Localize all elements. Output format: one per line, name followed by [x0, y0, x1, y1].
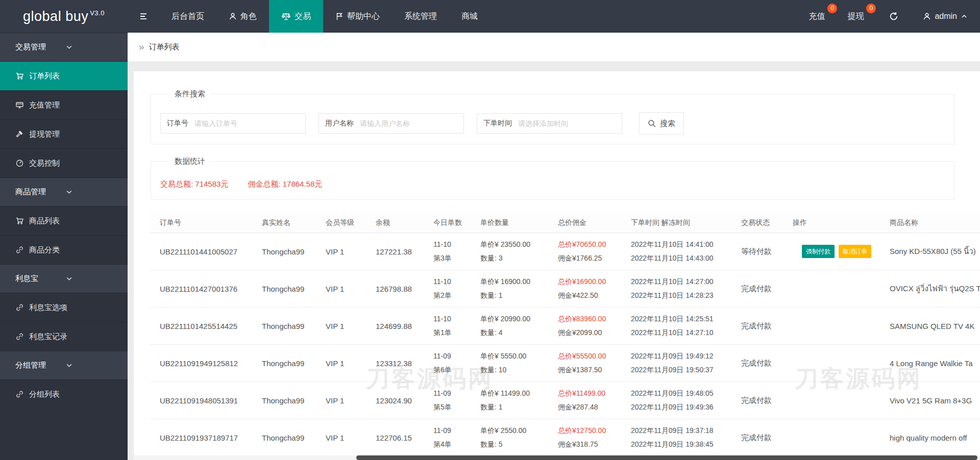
page-title: 订单列表 [149, 42, 180, 52]
refresh-icon [889, 12, 898, 21]
nav-item-system-management[interactable]: 系统管理 [392, 0, 449, 33]
cell-total-commission: 总价¥11499.00 佣金¥287.48 [549, 382, 622, 419]
main-card: 条件搜索 订单号 用户名称 下单时间 搜索 数据统计 [134, 71, 980, 460]
chevron-down-icon [65, 275, 115, 283]
order-time: 2022年11月09日 19:49:12 [631, 349, 732, 363]
sidebar-item-interest-options[interactable]: 利息宝选项 [0, 293, 128, 322]
search-fieldset: 条件搜索 订单号 用户名称 下单时间 搜索 [151, 89, 954, 144]
nav-item-trade[interactable]: 交易 [269, 0, 323, 33]
sidebar-item-withdraw-management[interactable]: 提现管理 [0, 119, 128, 148]
cell-order-no: UB2211101441005027 [151, 233, 253, 270]
cell-vip-level: VIP 1 [316, 233, 366, 270]
col-unit-price-qty: 单价数量 [471, 213, 549, 233]
group-label: 商品管理 [15, 187, 65, 197]
order-time: 2022年11月10日 14:27:00 [631, 275, 732, 289]
table-row: UB2211091937189717 Thongcha99 VIP 1 1227… [151, 419, 980, 456]
order-no-input[interactable] [194, 119, 305, 127]
flag-icon [335, 12, 344, 20]
withdraw-label: 提现 [847, 11, 864, 22]
nav-item-dashboard[interactable]: 后台首页 [159, 0, 216, 33]
order-no-label: 订单号 [161, 119, 194, 128]
cell-total-commission: 总价¥55500.00 佣金¥1387.50 [549, 345, 622, 381]
cell-vip-level: VIP 1 [316, 419, 366, 456]
person-icon [923, 12, 931, 20]
link-icon [15, 333, 24, 341]
link-icon [15, 303, 24, 312]
sidebar-item-label: 利息宝记录 [29, 332, 67, 342]
scrollbar-thumb[interactable] [356, 455, 977, 460]
nav-label: 帮助中心 [347, 11, 380, 22]
col-order-no: 订单号 [151, 213, 253, 233]
total-price: 总价¥12750.00 [558, 424, 622, 438]
cell-unit-price-qty: 单价¥ 5550.00 数量: 10 [471, 345, 549, 381]
cell-trade-status: 完成付款 [732, 419, 783, 456]
sidebar: 交易管理 订单列表 充值管理 提现管理 交易控制 商品管理 商品列表 商品分类 … [0, 33, 128, 460]
cell-today-orders: 11-09 第5单 [424, 382, 471, 419]
sidebar-item-label: 充值管理 [29, 100, 60, 110]
sidebar-item-product-list[interactable]: 商品列表 [0, 206, 128, 235]
order-time-field: 下单时间 [477, 113, 622, 134]
cell-times: 2022年11月10日 14:27:00 2022年11月10日 14:28:2… [622, 270, 732, 307]
sidebar-item-label: 商品分类 [29, 245, 60, 255]
cell-real-name: Thongcha99 [253, 419, 316, 456]
row-actions: 强制付款 取消订单 [783, 233, 880, 270]
nav-label: 系统管理 [404, 11, 437, 22]
cancel-order-button[interactable]: 取消订单 [839, 245, 871, 258]
cell-times: 2022年11月09日 19:37:18 2022年11月09日 19:38:4… [622, 419, 732, 456]
cell-real-name: Thongcha99 [253, 270, 316, 307]
cell-trade-status: 完成付款 [732, 308, 783, 344]
nav-item-help-center[interactable]: 帮助中心 [323, 0, 392, 33]
recharge-button[interactable]: 充值 0 [799, 0, 838, 33]
sidebar-group-trade-management[interactable]: 交易管理 [0, 33, 128, 61]
withdraw-button[interactable]: 提现 0 [838, 0, 877, 33]
sidebar-item-order-list[interactable]: 订单列表 [0, 61, 128, 90]
nav-label: 后台首页 [172, 11, 204, 22]
nav-item-mall[interactable]: 商城 [449, 0, 490, 33]
sidebar-item-label: 订单列表 [29, 71, 60, 81]
col-today-orders: 今日单数 [424, 213, 471, 233]
order-date: 11-10 [433, 275, 471, 289]
cell-times: 2022年11月10日 14:25:51 2022年11月10日 14:27:1… [622, 308, 732, 344]
table-row: UB2211101425514425 Thongcha99 VIP 1 1246… [151, 308, 980, 345]
sidebar-item-group-list[interactable]: 分组列表 [0, 379, 128, 408]
cell-product-name: Vivo V21 5G Ram 8+3G [880, 382, 980, 419]
row-actions [783, 345, 880, 381]
sidebar-item-recharge-management[interactable]: 充值管理 [0, 90, 128, 119]
unfreeze-time: 2022年11月09日 19:50:37 [631, 363, 732, 377]
row-actions [783, 270, 880, 307]
nav-label: 角色 [240, 11, 257, 22]
cell-total-commission: 总价¥83960.00 佣金¥2099.00 [549, 308, 622, 344]
order-date: 11-10 [433, 312, 471, 326]
search-button[interactable]: 搜索 [639, 112, 684, 135]
order-time-input[interactable] [518, 119, 622, 127]
sidebar-group-group-management[interactable]: 分组管理 [0, 351, 128, 379]
day-order-index: 第2单 [433, 289, 471, 302]
force-pay-button[interactable]: 强制付款 [802, 245, 835, 258]
cell-today-orders: 11-09 第4单 [424, 419, 471, 456]
day-order-index: 第6单 [433, 363, 471, 377]
sidebar-item-trade-control[interactable]: 交易控制 [0, 148, 128, 177]
sidebar-group-product-management[interactable]: 商品管理 [0, 177, 128, 206]
sidebar-group-interest-treasure[interactable]: 利息宝 [0, 264, 128, 293]
col-trade-status: 交易状态 [732, 213, 783, 233]
total-commission-amount: 佣金总额: 17864.58元 [248, 180, 322, 189]
col-vip-level: 会员等级 [316, 213, 366, 233]
cart-icon [15, 72, 24, 80]
sidebar-toggle-button[interactable] [128, 0, 159, 33]
total-price: 总价¥16900.00 [558, 275, 622, 289]
table-row: UB2211101427001376 Thongcha99 VIP 1 1267… [151, 270, 980, 308]
user-name-input[interactable] [360, 119, 463, 127]
table-row: UB2211101441005027 Thongcha99 VIP 1 1272… [151, 233, 980, 270]
nav-item-roles[interactable]: 角色 [216, 0, 269, 33]
order-time: 2022年11月09日 19:48:05 [631, 387, 732, 400]
stats-legend: 数据统计 [169, 157, 210, 166]
row-actions [783, 382, 880, 419]
sidebar-item-product-category[interactable]: 商品分类 [0, 235, 128, 264]
withdraw-badge: 0 [866, 4, 876, 13]
sidebar-item-interest-records[interactable]: 利息宝记录 [0, 322, 128, 351]
unit-price: 单价¥ 20990.00 [480, 312, 549, 326]
col-balance: 余额 [366, 213, 424, 233]
cell-unit-price-qty: 单价¥ 23550.00 数量: 3 [471, 233, 549, 270]
refresh-button[interactable] [877, 0, 911, 33]
user-menu[interactable]: admin [911, 0, 980, 33]
